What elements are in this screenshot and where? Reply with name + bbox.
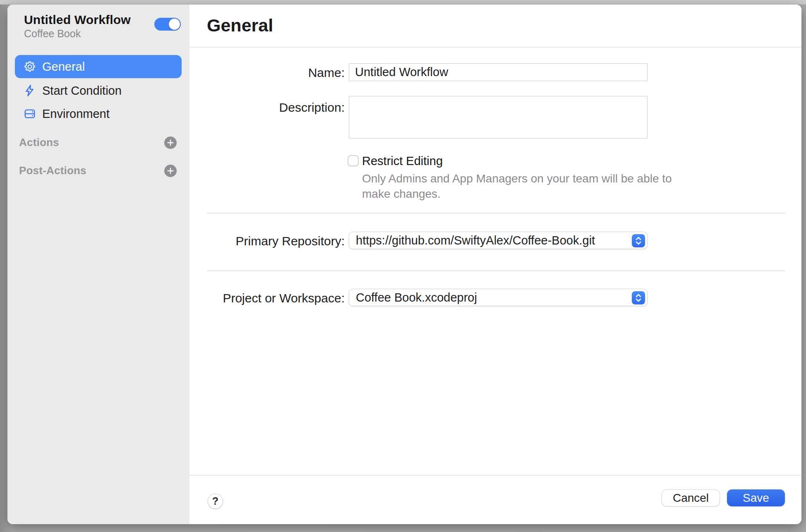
add-action-button[interactable] [164, 137, 177, 149]
workflow-title: Untitled Workflow [24, 13, 131, 27]
chevron-up-down-icon [632, 291, 645, 304]
sidebar-item-label: General [42, 60, 85, 74]
restrict-editing-label: Restrict Editing [362, 155, 443, 167]
restrict-editing-help: Only Admins and App Managers on your tea… [362, 171, 672, 201]
help-button[interactable]: ? [208, 494, 223, 509]
sidebar-item-label: Environment [42, 107, 110, 121]
main-panel: General Name: Description: Restrict Edit… [190, 5, 801, 524]
description-textarea[interactable] [349, 96, 648, 139]
sidebar-section-post-actions: Post-Actions [19, 164, 177, 177]
sidebar-item-start-condition[interactable]: Start Condition [15, 79, 182, 102]
sidebar: Untitled Workflow Coffee Book General St… [7, 5, 190, 524]
footer-divider [190, 475, 801, 476]
restrict-editing-help-line2: make changes. [362, 186, 672, 201]
sidebar-item-label: Start Condition [42, 84, 122, 98]
sidebar-section-actions: Actions [19, 136, 177, 149]
project-workspace-value: Coffee Book.xcodeproj [356, 291, 477, 304]
sidebar-item-general[interactable]: General [15, 55, 182, 78]
project-workspace-select[interactable]: Coffee Book.xcodeproj [349, 289, 648, 306]
workflow-subtitle: Coffee Book [24, 28, 81, 40]
name-label: Name: [190, 66, 345, 80]
workflow-enabled-toggle[interactable] [154, 18, 181, 31]
save-button[interactable]: Save [727, 489, 785, 506]
chevron-up-down-icon [632, 234, 645, 247]
plus-icon [167, 167, 174, 175]
primary-repository-label: Primary Repository: [190, 234, 345, 248]
sidebar-item-environment[interactable]: Environment [15, 102, 182, 125]
plus-icon [167, 139, 174, 146]
add-post-action-button[interactable] [164, 165, 177, 177]
project-workspace-label: Project or Workspace: [190, 291, 345, 305]
gear-icon [23, 60, 36, 73]
toggle-knob [169, 19, 180, 30]
primary-repository-value: https://github.com/SwiftyAlex/Coffee-Boo… [356, 234, 595, 247]
restrict-editing-checkbox[interactable] [348, 155, 359, 166]
bolt-icon [23, 84, 36, 97]
section-divider [207, 270, 785, 271]
actions-section-label: Actions [19, 136, 59, 149]
workflow-editor-sheet: Untitled Workflow Coffee Book General St… [7, 5, 801, 524]
server-icon [23, 107, 36, 120]
post-actions-section-label: Post-Actions [19, 164, 86, 177]
primary-repository-select[interactable]: https://github.com/SwiftyAlex/Coffee-Boo… [349, 232, 648, 249]
description-label: Description: [190, 101, 345, 115]
restrict-editing-help-line1: Only Admins and App Managers on your tea… [362, 171, 672, 186]
name-input[interactable] [349, 63, 648, 81]
cancel-button[interactable]: Cancel [662, 489, 720, 506]
section-divider [207, 213, 785, 214]
header-divider [190, 47, 801, 48]
background-window-strip [0, 0, 806, 5]
page-title: General [207, 15, 273, 36]
